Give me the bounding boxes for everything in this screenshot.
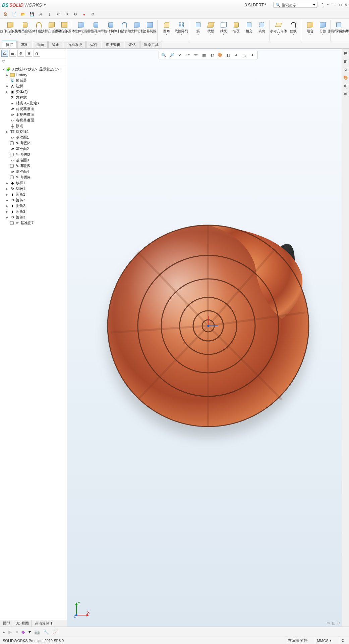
tab-sheetmetal[interactable]: 钣金 [48, 41, 63, 48]
rotate-icon[interactable]: ⟳ [185, 52, 191, 58]
tab-evaluate[interactable]: 评估 [125, 41, 139, 48]
tree-node[interactable]: ▸↻旋转2 [1, 197, 66, 203]
mirror-button[interactable]: 镜向 [256, 21, 267, 36]
tree-node[interactable]: ✎草图5 [1, 163, 66, 169]
help-icon[interactable]: ? [322, 3, 324, 7]
rail-file-explorer-icon[interactable]: ⬙ [343, 67, 348, 72]
move-body-button[interactable]: 移动/复制实体 [346, 21, 349, 33]
tp-stop-icon[interactable]: ■ [15, 629, 18, 635]
wrap-button[interactable]: 包覆 [231, 21, 242, 36]
tree-node[interactable]: ≡材质 <未指定> [1, 100, 66, 106]
rail-custom-props-icon[interactable]: ◐ [343, 83, 348, 88]
pan-icon[interactable]: ⤢ [177, 52, 183, 58]
qat-options-icon[interactable]: ⚙ [72, 11, 78, 17]
node-visibility-checkbox[interactable] [10, 153, 14, 156]
rib-button[interactable]: 筋▼ [193, 21, 203, 36]
search-dropdown-icon[interactable]: ▾ [313, 3, 315, 7]
boundary-cut-button[interactable]: 边界切除 [144, 21, 155, 36]
tree-node[interactable]: ▱基准面3 [1, 157, 66, 163]
tp-wrench-icon[interactable]: 🔧 [43, 629, 49, 635]
node-visibility-checkbox[interactable] [10, 164, 14, 168]
tp-play-icon[interactable]: ▶ [8, 629, 12, 635]
qat-print-icon[interactable]: 🖨 [38, 11, 44, 17]
tree-node[interactable]: ▸↻旋转1 [1, 186, 66, 192]
apply-scene-icon[interactable]: ✦ [249, 52, 255, 58]
tp-graph-icon[interactable]: 📈 [52, 629, 58, 635]
tree-node[interactable]: ▱前视基准面 [1, 106, 66, 112]
tree-node[interactable]: ▱基准面7 [1, 220, 66, 226]
tab-render[interactable]: 渲染工具 [140, 41, 162, 48]
single-view-icon[interactable]: ▭ [327, 621, 330, 625]
maximize-icon[interactable]: □ [339, 3, 342, 7]
tab-weldments[interactable]: 焊件 [86, 41, 101, 48]
tree-node[interactable]: ▸◗圆角3 [1, 209, 66, 214]
loft-cut-button[interactable]: 放样切割 [132, 21, 142, 36]
graphics-viewport[interactable]: 🔍 🔎 ⤢ ⟳ 👁 ▦ ◐ 🎨 ◧ ● ⬚ ✦ [67, 49, 349, 627]
qat-redo-icon[interactable]: ↷ [64, 11, 70, 17]
qat-new-icon[interactable]: 📄 [11, 11, 17, 17]
extrude-boss-button[interactable]: 拉伸凸台/基体▼ [4, 21, 17, 36]
node-visibility-checkbox[interactable] [10, 176, 14, 179]
rail-design-lib-icon[interactable]: ◧ [343, 59, 348, 64]
tree-node[interactable]: ▸➰螺旋线1 [1, 129, 66, 135]
linear-pattern-button[interactable]: 线性阵列▼ [175, 21, 188, 36]
edit-appear-icon[interactable]: ⬚ [241, 52, 247, 58]
tp-cam-icon[interactable]: 📷 [34, 629, 40, 635]
zoom-fit-icon[interactable]: 🔍 [161, 52, 167, 58]
fillet-button[interactable]: 圆角▼ [160, 21, 173, 36]
curves-button[interactable]: 曲线▼ [287, 21, 300, 36]
qat-record-icon[interactable]: ● [81, 11, 87, 17]
tab-model[interactable]: 模型 [0, 620, 13, 627]
tree-node[interactable]: Σ方程式 [1, 95, 66, 100]
tab-directedit[interactable]: 直接编辑 [102, 41, 124, 48]
zoom-area-icon[interactable]: 🔎 [169, 52, 175, 58]
loft-boss-button[interactable]: 放样凸台/基体 [46, 21, 57, 36]
sweep-button[interactable]: 扫描 [34, 21, 44, 36]
tree-node[interactable]: ▱基准面1 [1, 135, 66, 140]
menu-dropdown-icon[interactable]: ▾ [44, 3, 46, 7]
appearance-icon[interactable]: 🎨 [217, 52, 223, 58]
reference-geom-button[interactable]: 参考几何体▼ [272, 21, 285, 36]
scene-icon[interactable]: ◧ [225, 52, 231, 58]
node-visibility-checkbox[interactable] [10, 141, 14, 145]
qat-save-icon[interactable]: 💾 [29, 11, 35, 17]
tree-node[interactable]: ✎草图4 [1, 175, 66, 180]
hole-wizard-button[interactable]: 异型孔向导▼ [90, 21, 102, 36]
search-input[interactable] [282, 3, 312, 7]
tree-node[interactable]: ▸▣实体(2) [1, 89, 66, 95]
feature-tree-filter[interactable]: ▽ [0, 58, 67, 65]
revolve-boss-button[interactable]: 旋转凸台/基体▼ [19, 21, 32, 36]
tree-node[interactable]: ✎草图3 [1, 152, 66, 157]
split-button[interactable]: 分割▼ [317, 21, 328, 36]
status-units[interactable]: MMGS ▾ [315, 637, 334, 644]
tab-features[interactable]: 特征 [2, 41, 17, 48]
tab-sketch[interactable]: 草图 [17, 41, 32, 48]
view-orient-icon[interactable]: 👁 [193, 52, 199, 58]
tree-node[interactable]: ▱上视基准面 [1, 112, 66, 117]
combine-button[interactable]: 组合▼ [305, 21, 315, 36]
tab-structure[interactable]: 结构系统 [64, 41, 86, 48]
extrude-cut-button[interactable]: 拉伸切除▼ [75, 21, 88, 36]
qat-home-icon[interactable]: 🏠 [3, 11, 9, 17]
tp-flag-icon[interactable]: ▾ [28, 629, 31, 635]
overflow-icon[interactable]: ⋯ [327, 3, 331, 7]
tp-arrow-icon[interactable]: ▸ [3, 629, 5, 635]
minimize-icon[interactable]: – [334, 3, 336, 7]
status-custom-icon[interactable]: ⊙ [339, 637, 346, 644]
tree-node[interactable]: ▱基准面4 [1, 169, 66, 175]
model-body[interactable] [101, 212, 315, 441]
qat-rebuild-icon[interactable]: ⭳ [46, 11, 52, 17]
qat-settings-icon[interactable]: ⚙ [90, 11, 96, 17]
tree-node[interactable]: ▸◗圆角1 [1, 192, 66, 197]
display-style-icon[interactable]: ▦ [201, 52, 207, 58]
tp-key-icon[interactable]: ◆ [21, 629, 25, 635]
multi-view-icon[interactable]: ◫ [332, 621, 335, 625]
fm-tree-icon[interactable]: 🗀 [1, 50, 8, 57]
search-command[interactable]: 🔍 ▾ [273, 2, 317, 8]
node-visibility-checkbox[interactable] [10, 221, 14, 225]
tab-motion[interactable]: 运动算例 1 [32, 620, 55, 627]
shell-button[interactable]: 抽壳▼ [218, 21, 229, 36]
link-view-icon[interactable]: ⊕ [337, 621, 340, 625]
tab-surfaces[interactable]: 曲面 [33, 41, 48, 48]
tree-node[interactable]: 📡传感器 [1, 78, 66, 83]
